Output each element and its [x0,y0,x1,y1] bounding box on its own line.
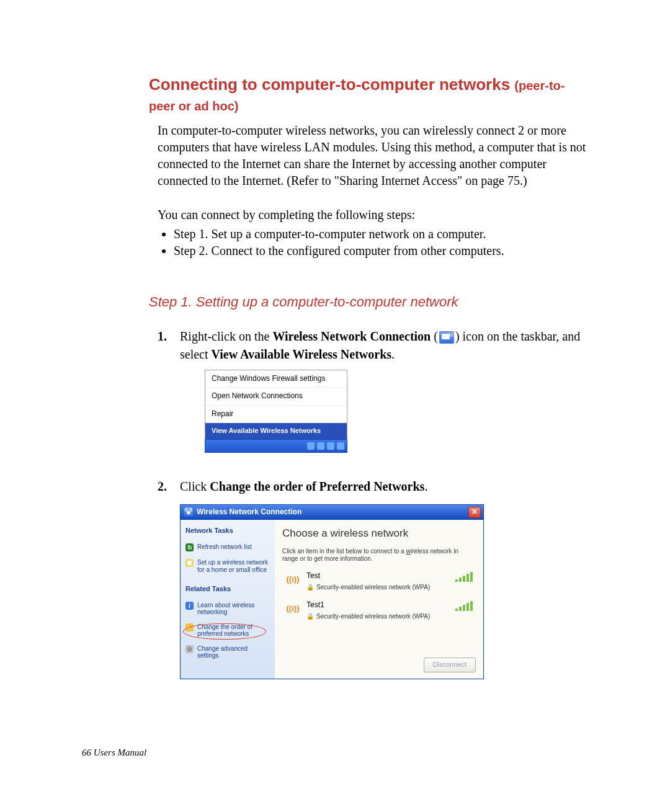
refresh-icon [185,543,194,551]
dialog-title: Wireless Network Connection [197,507,302,517]
close-button[interactable]: ✕ [468,507,481,518]
sidebar-heading-network-tasks: Network Tasks [185,526,270,536]
sidebar-setup-network[interactable]: Set up a wireless network for a home or … [185,559,270,573]
wireless-icon [184,508,193,517]
signal-strength-icon [455,571,473,582]
dialog-titlebar: Wireless Network Connection ✕ [181,505,483,520]
network-security: Security-enabled wireless network (WPA) [316,583,430,592]
ctx-firewall[interactable]: Change Windows Firewall settings [205,370,347,387]
overview-step-2: Step 2. Connect to the configured comput… [174,244,589,258]
close-icon: ✕ [471,507,478,517]
dialog-main: Choose a wireless network Click an item … [275,520,483,679]
network-security: Security-enabled wireless network (WPA) [316,612,430,622]
instruction-2-number: 2. [158,478,171,679]
page-heading: Connecting to computer-to-computer netwo… [149,74,589,115]
instruction-1-number: 1. [158,328,171,468]
network-item-test1[interactable]: ((ı)) Test1 🔒 Security-enabled wireless … [282,597,476,626]
page-footer: 66 Users Manual [82,747,589,758]
dialog-sidebar: Network Tasks Refresh network list Set u… [181,520,275,679]
tray-icon [337,442,344,450]
step1-heading: Step 1. Setting up a computer-to-compute… [149,294,589,310]
sidebar-change-order[interactable]: Change the order of preferred networks [185,623,270,638]
sidebar-refresh-list[interactable]: Refresh network list [185,543,270,551]
sidebar-advanced-settings[interactable]: Change advanced settings [185,645,270,659]
choose-network-heading: Choose a wireless network [282,526,476,542]
disconnect-button[interactable]: Disconnect [424,658,476,672]
wireless-tray-icon [439,331,454,344]
info-icon [185,602,194,610]
signal-strength-icon [455,600,473,611]
context-menu: Change Windows Firewall settings Open Ne… [205,370,347,440]
gear-icon [185,645,194,653]
tray-icon [317,442,324,450]
sidebar-learn-about[interactable]: Learn about wireless networking [185,602,270,616]
wireless-signal-icon: ((ı)) [285,600,300,618]
setup-icon [185,559,194,567]
wireless-dialog: Wireless Network Connection ✕ Network Ta… [180,504,484,679]
lock-icon: 🔒 [306,583,314,592]
heading-main: Connecting to computer-to-computer netwo… [149,75,514,94]
lock-icon: 🔒 [306,612,314,622]
sidebar-heading-related-tasks: Related Tasks [185,584,270,594]
ctx-repair[interactable]: Repair [205,405,347,422]
system-tray [205,439,347,453]
choose-network-desc: Click an item in the list below to conne… [282,548,476,563]
network-item-test[interactable]: ((ı)) Test 🔒 Security-enabled wireless n… [282,568,476,597]
ctx-view-available[interactable]: View Available Wireless Networks [205,422,347,439]
connect-lead: You can connect by completing the follow… [158,207,589,223]
wireless-signal-icon: ((ı)) [285,571,300,589]
overview-steps-list: Step 1. Set up a computer-to-computer ne… [174,227,589,258]
instruction-2: 2. Click Change the order of Preferred N… [158,478,589,679]
context-menu-figure: Change Windows Firewall settings Open Ne… [205,370,347,453]
intro-paragraph: In computer-to-computer wireless network… [158,122,589,189]
star-icon [185,623,194,631]
network-name: Test1 [306,600,449,610]
tray-icon [307,442,315,450]
tray-icon [327,442,334,450]
network-name: Test [306,571,449,581]
ctx-open-connections[interactable]: Open Network Connections [205,387,347,404]
overview-step-1: Step 1. Set up a computer-to-computer ne… [174,227,589,241]
instruction-1: 1. Right-click on the Wireless Network C… [158,328,589,468]
